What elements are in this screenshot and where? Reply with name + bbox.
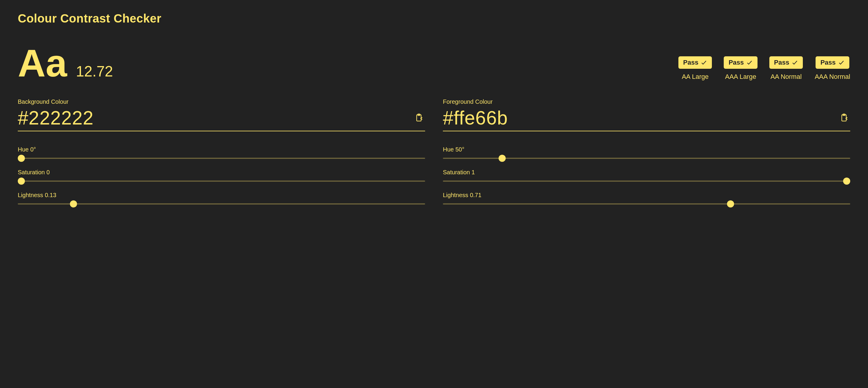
fg-hue-label: Hue 50° [443, 146, 850, 153]
badge-status-text: Pass [774, 59, 789, 66]
slider-thumb[interactable] [727, 200, 734, 208]
background-label: Background Colour [18, 98, 425, 105]
bg-lightness-label: Lightness 0.13 [18, 192, 425, 199]
fg-saturation-label: Saturation 1 [443, 169, 850, 176]
badge-status-text: Pass [683, 59, 698, 66]
background-hex-input[interactable] [18, 107, 413, 129]
badge-aaa-large-status: Pass [724, 56, 757, 69]
compliance-badges: Pass AA Large Pass AAA Large Pass AA Nor… [678, 56, 850, 81]
sample-text: Aa [18, 46, 67, 81]
sample-block: Aa 12.72 [18, 46, 113, 81]
badge-aa-normal: Pass AA Normal [769, 56, 803, 81]
badge-aa-normal-label: AA Normal [771, 73, 802, 81]
slider-thumb[interactable] [843, 178, 850, 185]
slider-thumb[interactable] [18, 155, 25, 162]
slider-thumb[interactable] [499, 155, 506, 162]
contrast-ratio: 12.72 [76, 63, 113, 80]
badge-status-text: Pass [820, 59, 835, 66]
slider-track [443, 180, 850, 182]
bg-hue-slider[interactable] [18, 155, 425, 162]
fg-lightness-slider[interactable] [443, 200, 850, 208]
badge-status-text: Pass [728, 59, 744, 66]
clipboard-paste-icon [414, 113, 423, 122]
page-title: Colour Contrast Checker [18, 12, 850, 25]
slider-track [18, 203, 425, 205]
slider-track [18, 180, 425, 182]
slider-thumb[interactable] [18, 178, 25, 185]
slider-track [18, 158, 425, 159]
bg-hue-label: Hue 0° [18, 146, 425, 153]
fg-lightness-label: Lightness 0.71 [443, 192, 850, 199]
badge-aaa-normal-label: AAA Normal [815, 73, 850, 81]
bg-saturation-label: Saturation 0 [18, 169, 425, 176]
bg-saturation-slider[interactable] [18, 178, 425, 185]
badge-aa-normal-status: Pass [769, 56, 803, 69]
badge-aaa-normal: Pass AAA Normal [815, 56, 850, 81]
foreground-paste-button[interactable] [838, 112, 850, 125]
fg-hue-slider[interactable] [443, 155, 850, 162]
slider-track [443, 203, 850, 205]
foreground-column: Foreground Colour Hue 50° Saturation 1 [443, 98, 850, 215]
check-icon [701, 59, 707, 66]
check-icon [792, 59, 798, 66]
check-icon [838, 59, 845, 66]
badge-aaa-large-label: AAA Large [725, 73, 756, 81]
bg-lightness-slider[interactable] [18, 200, 425, 208]
foreground-hex-input[interactable] [443, 107, 838, 129]
badge-aa-large: Pass AA Large [678, 56, 712, 81]
slider-thumb[interactable] [70, 200, 77, 208]
badge-aaa-large: Pass AAA Large [724, 56, 757, 81]
background-paste-button[interactable] [413, 112, 425, 125]
clipboard-paste-icon [840, 113, 848, 122]
fg-saturation-slider[interactable] [443, 178, 850, 185]
foreground-label: Foreground Colour [443, 98, 850, 105]
background-column: Background Colour Hue 0° Saturation 0 [18, 98, 425, 215]
badge-aa-large-label: AA Large [682, 73, 709, 81]
badge-aaa-normal-status: Pass [815, 56, 849, 69]
check-icon [746, 59, 753, 66]
badge-aa-large-status: Pass [678, 56, 712, 69]
